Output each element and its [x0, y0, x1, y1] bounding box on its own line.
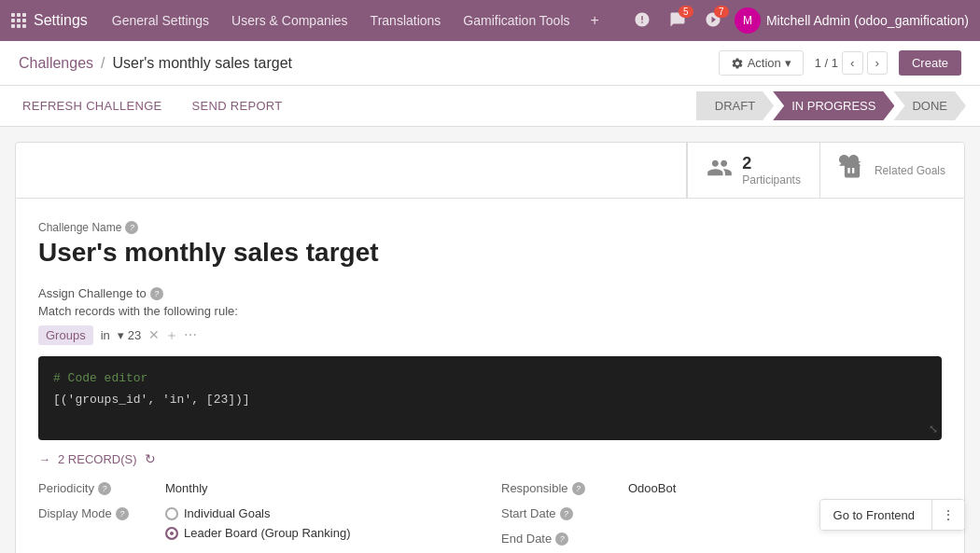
display-mode-help[interactable]: ? — [116, 507, 129, 520]
resize-handle[interactable]: ⤡ — [929, 422, 938, 436]
breadcrumb-actions: Action ▾ 1 / 1 ‹ › Create — [719, 50, 961, 76]
filter-remove-btn[interactable]: ✕ — [148, 327, 160, 344]
filter-row: Groups in ▾ 23 ✕ ＋ ⋯ — [38, 325, 942, 345]
code-editor[interactable]: # Code editor [('groups_id', 'in', [23])… — [38, 356, 942, 440]
start-date-help[interactable]: ? — [560, 507, 573, 520]
radio-individual[interactable]: Individual Goals — [165, 506, 351, 520]
display-mode-radios: Individual Goals Leader Board (Group Ran… — [165, 506, 351, 540]
end-date-help[interactable]: ? — [555, 532, 568, 546]
brand-name: Settings — [34, 12, 88, 29]
activity-btn[interactable]: 7 — [699, 7, 727, 35]
user-name: Mitchell Admin (odoo_gamification) — [766, 13, 969, 28]
radio-leaderboard-circle — [165, 527, 178, 540]
display-mode-row: Display Mode ? Individual Goals Leader B… — [38, 506, 479, 540]
navbar: Settings General Settings Users & Compan… — [0, 0, 980, 41]
end-date-label: End Date ? — [501, 532, 613, 546]
challenge-name-label: Challenge Name ? — [38, 221, 942, 234]
nav-gamification-tools[interactable]: Gamification Tools — [454, 9, 579, 32]
activity-count: 7 — [714, 6, 729, 18]
participants-label: Participants — [742, 173, 801, 187]
code-comment: # Code editor — [53, 371, 927, 385]
radio-individual-circle — [165, 507, 178, 520]
debug-icon-btn[interactable] — [628, 7, 656, 35]
filter-value-number: 23 — [128, 328, 141, 342]
participants-stat[interactable]: 2 Participants — [687, 143, 819, 198]
match-rule-text: Match records with the following rule: — [38, 304, 942, 318]
periodicity-value[interactable]: Monthly — [165, 481, 208, 495]
user-avatar[interactable]: M Mitchell Admin (odoo_gamification) — [735, 7, 969, 34]
arrow-icon: → — [38, 452, 50, 466]
record-counter: 1 / 1 — [815, 56, 838, 70]
stage-in-progress[interactable]: IN PROGRESS — [773, 91, 894, 120]
fields-grid: Periodicity ? Monthly Display Mode ? Ind… — [38, 481, 942, 546]
display-mode-label: Display Mode ? — [38, 506, 150, 520]
records-row: → 2 RECORD(S) ↻ — [38, 451, 942, 466]
next-record-btn[interactable]: › — [867, 51, 888, 75]
stage-done[interactable]: DONE — [893, 91, 966, 120]
related-goals-icon — [839, 155, 865, 187]
records-refresh-icon[interactable]: ↻ — [145, 451, 156, 466]
goto-frontend-btn[interactable]: Go to Frontend — [820, 501, 928, 530]
filter-more-btn[interactable]: ⋯ — [184, 327, 197, 344]
main-nav: General Settings Users & Companies Trans… — [103, 8, 607, 33]
stage-draft[interactable]: DRAFT — [696, 91, 774, 120]
responsible-value[interactable]: OdooBot — [628, 481, 676, 495]
stats-bar: 2 Participants Related Goals — [15, 142, 965, 199]
periodicity-row: Periodicity ? Monthly — [38, 481, 479, 495]
goto-frontend-bar: Go to Frontend ⋮ — [819, 499, 965, 531]
periodicity-label: Periodicity ? — [38, 481, 150, 495]
assign-label: Assign Challenge to ? — [38, 286, 942, 300]
assign-help[interactable]: ? — [150, 287, 163, 300]
participants-icon — [707, 155, 733, 187]
messages-count: 5 — [679, 6, 693, 18]
periodicity-help[interactable]: ? — [98, 482, 111, 495]
nav-users-companies[interactable]: Users & Companies — [222, 9, 357, 32]
breadcrumb-separator: / — [101, 55, 105, 72]
navbar-right: 5 7 M Mitchell Admin (odoo_gamification) — [628, 7, 969, 35]
filter-value: ▾ 23 — [118, 328, 141, 342]
nav-translations[interactable]: Translations — [361, 9, 451, 32]
breadcrumb-current: User's monthly sales target — [113, 55, 292, 72]
grid-icon — [11, 13, 26, 28]
status-bar: REFRESH CHALLENGE SEND REPORT DRAFT IN P… — [0, 86, 980, 127]
nav-general-settings[interactable]: General Settings — [103, 9, 218, 32]
refresh-challenge-btn[interactable]: REFRESH CHALLENGE — [15, 95, 170, 117]
radio-leaderboard[interactable]: Leader Board (Group Ranking) — [165, 526, 351, 540]
challenge-name-help[interactable]: ? — [125, 221, 138, 234]
responsible-label: Responsible ? — [501, 481, 613, 495]
stage-bar: DRAFT IN PROGRESS DONE — [696, 91, 965, 120]
action-chevron: ▾ — [785, 56, 791, 70]
code-value: [('groups_id', 'in', [23])] — [53, 393, 927, 407]
messages-btn[interactable]: 5 — [664, 7, 692, 35]
end-date-row: End Date ? — [501, 532, 942, 546]
filter-add-btn[interactable]: ＋ — [165, 327, 178, 344]
add-menu-item[interactable]: + — [583, 8, 607, 33]
filter-tag[interactable]: Groups — [38, 325, 93, 345]
records-label: 2 RECORD(S) — [58, 452, 137, 466]
challenge-name-value[interactable]: User's monthly sales target — [38, 238, 942, 268]
radio-individual-label: Individual Goals — [184, 506, 271, 520]
related-goals-stat[interactable]: Related Goals — [819, 143, 964, 198]
radio-leaderboard-label: Leader Board (Group Ranking) — [184, 526, 351, 540]
participants-number: 2 — [742, 154, 801, 173]
filter-icons: ✕ ＋ ⋯ — [148, 327, 197, 344]
participants-info: 2 Participants — [742, 154, 801, 187]
action-label: Action — [748, 56, 781, 70]
responsible-help[interactable]: ? — [572, 482, 585, 495]
breadcrumb-parent[interactable]: Challenges — [19, 55, 93, 72]
start-date-label: Start Date ? — [501, 506, 613, 520]
create-button[interactable]: Create — [899, 50, 961, 76]
action-button[interactable]: Action ▾ — [719, 50, 804, 76]
prev-record-btn[interactable]: ‹ — [842, 51, 862, 75]
brand[interactable]: Settings — [11, 12, 88, 29]
record-navigation: 1 / 1 ‹ › — [815, 51, 888, 75]
breadcrumb-bar: Challenges / User's monthly sales target… — [0, 41, 980, 86]
stats-right: 2 Participants Related Goals — [686, 143, 964, 198]
records-link[interactable]: 2 RECORD(S) — [58, 452, 137, 466]
send-report-btn[interactable]: SEND REPORT — [185, 95, 290, 117]
responsible-row: Responsible ? OdooBot — [501, 481, 942, 495]
main-content: 2 Participants Related Goals Challenge N… — [0, 127, 980, 553]
related-goals-label: Related Goals — [875, 164, 945, 177]
filter-in-text: in — [101, 328, 110, 342]
goto-frontend-more-btn[interactable]: ⋮ — [931, 500, 964, 530]
